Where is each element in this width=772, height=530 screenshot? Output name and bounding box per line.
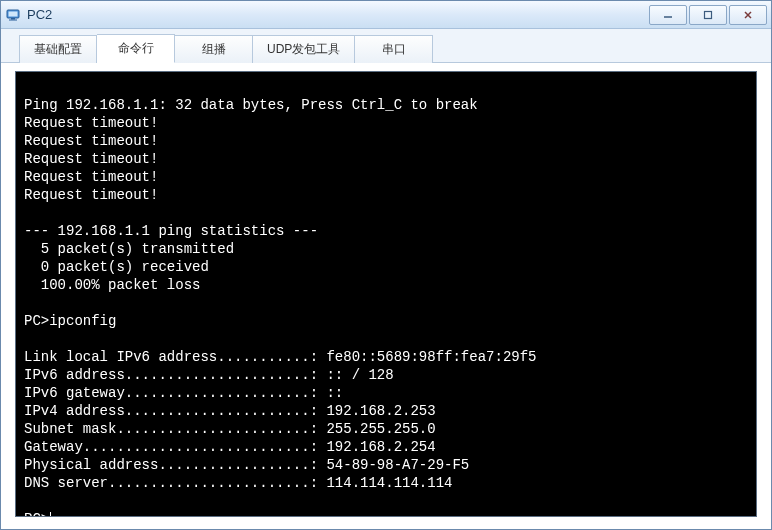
tab-label: 基础配置: [34, 42, 82, 56]
window-controls: [647, 5, 767, 25]
app-window: PC2 基础配置 命令行 组播 UDP发包工具 串口 Ping 192.168.…: [0, 0, 772, 530]
tab-label: 命令行: [118, 41, 154, 55]
minimize-icon: [663, 10, 673, 20]
tab-basic-config[interactable]: 基础配置: [19, 35, 97, 63]
svg-rect-2: [11, 18, 15, 20]
terminal[interactable]: Ping 192.168.1.1: 32 data bytes, Press C…: [15, 71, 757, 517]
terminal-prompt: PC>: [24, 511, 49, 517]
svg-rect-3: [9, 19, 17, 20]
tab-serial[interactable]: 串口: [355, 35, 433, 63]
tab-bar: 基础配置 命令行 组播 UDP发包工具 串口: [1, 29, 771, 63]
svg-rect-5: [705, 11, 712, 18]
tab-label: 串口: [382, 42, 406, 56]
tab-command-line[interactable]: 命令行: [97, 34, 175, 63]
tab-multicast[interactable]: 组播: [175, 35, 253, 63]
minimize-button[interactable]: [649, 5, 687, 25]
tab-label: 组播: [202, 42, 226, 56]
maximize-button[interactable]: [689, 5, 727, 25]
window-title: PC2: [27, 7, 647, 22]
terminal-cursor: [50, 512, 51, 517]
maximize-icon: [703, 10, 713, 20]
title-bar[interactable]: PC2: [1, 1, 771, 29]
tab-udp-tool[interactable]: UDP发包工具: [253, 35, 355, 63]
terminal-output: Ping 192.168.1.1: 32 data bytes, Press C…: [24, 97, 536, 491]
tab-label: UDP发包工具: [267, 42, 340, 56]
close-icon: [743, 10, 753, 20]
svg-rect-1: [9, 11, 18, 16]
close-button[interactable]: [729, 5, 767, 25]
app-icon: [5, 7, 21, 23]
